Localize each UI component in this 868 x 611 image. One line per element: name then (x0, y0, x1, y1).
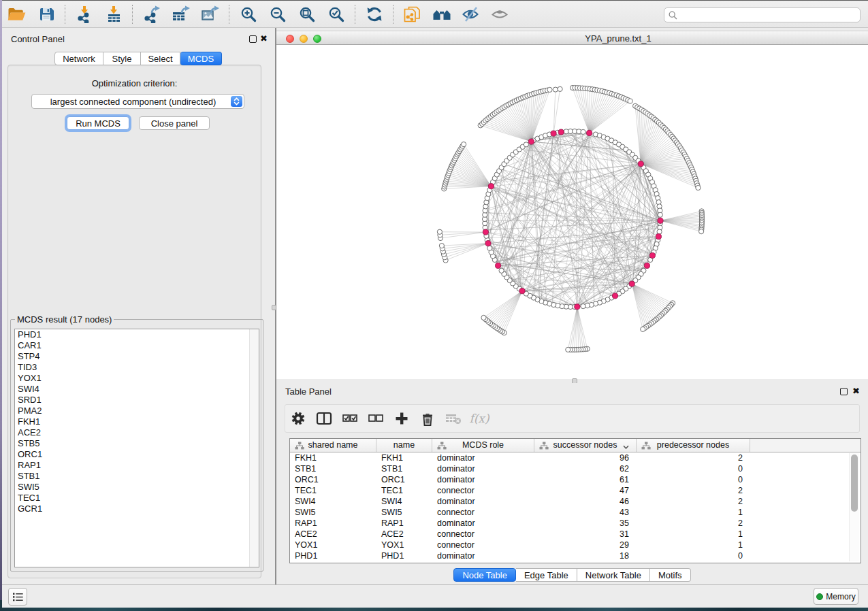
column-header-label: shared name (290, 440, 376, 450)
table-row[interactable]: SWI5SWI5connector431 (290, 507, 861, 518)
mcds-result-item[interactable]: ACE2 (15, 427, 259, 438)
criterion-dropdown[interactable]: largest connected component (undirected) (31, 94, 244, 109)
zoom-fit-icon[interactable] (292, 1, 321, 27)
memory-status-icon (816, 593, 823, 600)
app-window: Control Panel ✖ NetworkStyleSelectMCDS O… (2, 0, 868, 608)
mcds-result-item[interactable]: STB1 (15, 471, 259, 482)
mcds-list-scrollbar[interactable] (249, 329, 259, 567)
table-cell: dominator (432, 518, 534, 529)
network-frame-titlebar[interactable]: YPA_prune.txt_1 (276, 31, 868, 45)
table-row[interactable]: SWI4SWI4dominator462 (290, 496, 861, 507)
mcds-result-item[interactable]: PHD1 (15, 329, 259, 340)
mcds-result-item[interactable]: TID3 (15, 362, 259, 373)
search-input[interactable] (677, 10, 860, 20)
table-cell: SWI5 (290, 507, 376, 518)
mcds-result-item[interactable]: CAR1 (15, 340, 259, 351)
mcds-result-item[interactable]: ORC1 (15, 449, 259, 460)
table-row[interactable]: TEC1TEC1connector472 (290, 485, 861, 496)
zoom-traffic-light[interactable] (313, 35, 321, 43)
zoom-in-icon[interactable] (234, 1, 263, 27)
run-mcds-button[interactable]: Run MCDS (67, 116, 129, 130)
mcds-result-item[interactable]: TEC1 (15, 493, 259, 503)
columns-icon[interactable] (311, 406, 337, 431)
close-panel-button[interactable]: Close panel (139, 116, 210, 130)
delete-icon[interactable] (415, 406, 440, 431)
column-header-MCDS-role[interactable]: MCDS role (432, 439, 534, 452)
mcds-result-item[interactable]: STP4 (15, 351, 259, 362)
table-row[interactable]: ORC1ORC1dominator610 (290, 474, 861, 485)
mcds-result-item[interactable]: SWI5 (15, 482, 259, 493)
table-cell: 47 (534, 485, 637, 496)
deselect-all-icon[interactable] (363, 406, 389, 431)
table-cell: 46 (534, 496, 637, 507)
hide-details-icon[interactable] (456, 1, 485, 27)
mcds-result-item[interactable]: FKH1 (15, 416, 259, 427)
export-table-icon[interactable] (166, 1, 195, 27)
mcds-result-list[interactable]: PHD1CAR1STP4TID3YOX1SWI4SRD1PMA2FKH1ACE2… (14, 329, 259, 567)
search-box[interactable] (664, 7, 861, 22)
table-row[interactable]: ACE2ACE2connector311 (290, 529, 861, 540)
zoom-out-icon[interactable] (263, 1, 292, 27)
network-canvas[interactable] (276, 45, 868, 379)
toolbar-separator (355, 5, 355, 24)
gear-icon[interactable] (285, 406, 311, 431)
mcds-result-item[interactable]: PMA2 (15, 406, 259, 416)
mcds-result-item[interactable]: SRD1 (15, 395, 259, 406)
clone-network-icon[interactable] (398, 1, 427, 27)
tab-select[interactable]: Select (141, 52, 180, 65)
open-session-icon[interactable] (2, 1, 31, 27)
table-cell: TEC1 (290, 485, 376, 496)
save-session-icon[interactable] (31, 1, 61, 27)
table-cell: ACE2 (290, 529, 376, 540)
mcds-result-item[interactable]: STB5 (15, 438, 259, 449)
tab-style[interactable]: Style (103, 52, 141, 65)
export-image-icon[interactable] (195, 1, 225, 27)
table-row[interactable]: RAP1RAP1dominator352 (290, 518, 861, 529)
tab-node-table[interactable]: Node Table (453, 568, 516, 582)
mcds-result-item[interactable]: RAP1 (15, 460, 259, 471)
table-cell: 18 (534, 550, 637, 561)
column-header-shared-name[interactable]: shared name (290, 439, 376, 452)
column-header-label: name (376, 440, 432, 450)
memory-button[interactable]: Memory (814, 588, 858, 605)
tab-mcds[interactable]: MCDS (180, 52, 222, 65)
mcds-result-item[interactable]: SWI4 (15, 384, 259, 395)
table-scrollbar-thumb[interactable] (851, 455, 858, 512)
show-details-icon[interactable] (485, 1, 515, 27)
import-network-icon[interactable] (69, 1, 99, 27)
binoculars-icon[interactable] (427, 1, 456, 27)
close-traffic-light[interactable] (286, 35, 294, 43)
table-toolbar: f(x) (285, 404, 860, 433)
table-row[interactable]: YOX1YOX1connector291 (290, 540, 861, 550)
control-panel-float-button[interactable] (249, 35, 257, 43)
minimize-traffic-light[interactable] (300, 35, 308, 43)
column-header-label: MCDS role (432, 440, 534, 450)
table-row[interactable]: FKH1FKH1dominator962 (290, 452, 861, 463)
add-icon[interactable] (389, 406, 415, 431)
tab-edge-table[interactable]: Edge Table (516, 568, 577, 582)
status-bar: Memory (2, 584, 868, 608)
table-cell: 0 (637, 463, 750, 474)
task-list-button[interactable] (8, 588, 27, 606)
vertical-splitter[interactable] (267, 28, 276, 584)
import-table-icon[interactable] (99, 1, 128, 27)
column-header-predecessor-nodes[interactable]: predecessor nodes (637, 439, 750, 452)
mcds-result-item[interactable]: GCR1 (15, 503, 259, 514)
table-panel-float-button[interactable] (840, 388, 848, 395)
tab-network-table[interactable]: Network Table (577, 568, 650, 582)
tab-motifs[interactable]: Motifs (650, 568, 691, 582)
table-row[interactable]: STB1STB1dominator620 (290, 463, 861, 474)
table-panel-close-button[interactable]: ✖ (852, 386, 860, 396)
first-neighbors-icon[interactable] (359, 1, 389, 27)
column-header-successor-nodes[interactable]: successor nodes (534, 439, 637, 452)
table-scrollbar[interactable] (849, 453, 859, 561)
select-all-icon[interactable] (337, 406, 363, 431)
table-row[interactable]: PHD1PHD1dominator180 (290, 550, 861, 561)
tab-network[interactable]: Network (54, 52, 103, 65)
table-cell: SWI4 (290, 496, 376, 507)
column-header-name[interactable]: name (376, 439, 432, 452)
table-cell: STB1 (290, 463, 376, 474)
mcds-result-item[interactable]: YOX1 (15, 373, 259, 384)
export-network-icon[interactable] (137, 1, 166, 27)
zoom-selected-icon[interactable] (321, 1, 351, 27)
